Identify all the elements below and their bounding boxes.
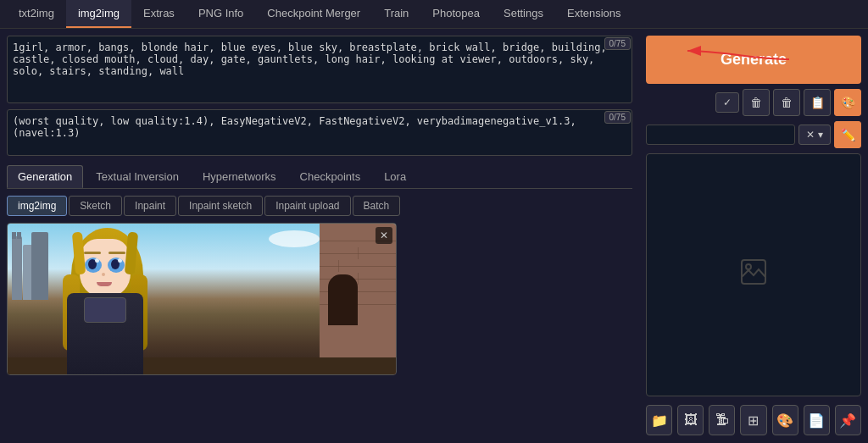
face bbox=[80, 239, 131, 296]
inner-tabs-bar: img2img Sketch Inpaint Inpaint sketch In… bbox=[7, 196, 632, 216]
sub-tabs-bar: Generation Textual Inversion Hypernetwor… bbox=[7, 165, 632, 189]
seed-row: ✕ ▾ ✏️ bbox=[646, 121, 861, 148]
negative-prompt-counter: 0/75 bbox=[604, 111, 631, 124]
castle-tower-1 bbox=[12, 236, 22, 300]
tab-photopea[interactable]: Photopea bbox=[420, 0, 492, 28]
dropdown-arrow-icon: ▾ bbox=[818, 129, 823, 141]
castle-main bbox=[31, 232, 48, 300]
trash-filled-icon: 🗑 bbox=[781, 96, 793, 109]
sub-tab-hypernetworks[interactable]: Hypernetworks bbox=[192, 165, 287, 188]
sub-tab-checkpoints[interactable]: Checkpoints bbox=[289, 165, 372, 188]
generate-button[interactable]: Generate bbox=[646, 36, 861, 84]
tab-txt2img[interactable]: txt2img bbox=[7, 0, 66, 28]
seed-input[interactable] bbox=[646, 125, 795, 145]
positive-prompt-input[interactable]: 1girl, armor, bangs, blonde hair, blue e… bbox=[7, 36, 632, 103]
pencil-icon: ✏️ bbox=[841, 128, 855, 141]
tab-checkpoint-merger[interactable]: Checkpoint Merger bbox=[255, 0, 372, 28]
orange-pencil-button[interactable]: ✏️ bbox=[834, 121, 861, 148]
mouth bbox=[97, 282, 112, 286]
inner-tab-img2img[interactable]: img2img bbox=[7, 196, 67, 216]
battlement-1 bbox=[12, 232, 16, 239]
palette-icon: 🎨 bbox=[776, 413, 793, 429]
eye-right bbox=[108, 257, 125, 273]
tab-train[interactable]: Train bbox=[372, 0, 420, 28]
folder-icon: 📁 bbox=[651, 413, 668, 429]
compress-icon: 🗜 bbox=[715, 413, 729, 428]
eyebrow-left bbox=[84, 252, 101, 254]
sub-tab-generation[interactable]: Generation bbox=[7, 165, 83, 188]
image-stack-button[interactable]: 🖼 bbox=[677, 405, 704, 435]
inner-tab-inpaint-sketch[interactable]: Inpaint sketch bbox=[178, 196, 263, 216]
right-panel: Generate ✓ 🗑 🗑 📋 🎨 ✕ ▾ bbox=[639, 29, 868, 442]
main-container: 0/75 1girl, armor, bangs, blonde hair, b… bbox=[0, 29, 868, 442]
tab-img2img[interactable]: img2img bbox=[66, 0, 131, 28]
girl-silhouette bbox=[58, 224, 156, 374]
checkmark-button[interactable]: ✓ bbox=[715, 92, 739, 113]
chest-plate bbox=[84, 297, 126, 323]
pin-icon: 📌 bbox=[839, 413, 856, 429]
style-button[interactable]: 🎨 bbox=[834, 89, 861, 116]
eye-left bbox=[85, 257, 102, 273]
inner-tab-sketch[interactable]: Sketch bbox=[69, 196, 122, 216]
uploaded-image bbox=[8, 224, 396, 374]
battlement-2 bbox=[17, 232, 21, 239]
paper-button[interactable]: 📄 bbox=[804, 405, 830, 435]
positive-prompt-counter: 0/75 bbox=[604, 37, 631, 50]
grid-button[interactable]: ⊞ bbox=[740, 405, 766, 435]
folder-button[interactable]: 📁 bbox=[646, 405, 672, 435]
svg-point-2 bbox=[746, 264, 751, 269]
negative-prompt-section: 0/75 (worst quality, low quality:1.4), E… bbox=[7, 109, 632, 158]
nose bbox=[102, 273, 105, 276]
seed-x-button[interactable]: ✕ ▾ bbox=[798, 125, 831, 145]
paste-button[interactable]: 📋 bbox=[804, 89, 831, 116]
sub-tab-textual-inversion[interactable]: Textual Inversion bbox=[85, 165, 190, 188]
image-stack-icon: 🖼 bbox=[684, 413, 698, 428]
tab-extensions[interactable]: Extensions bbox=[555, 0, 633, 28]
image-placeholder-icon bbox=[740, 258, 767, 291]
style-icon: 🎨 bbox=[841, 96, 855, 109]
compress-button[interactable]: 🗜 bbox=[709, 405, 735, 435]
trash-empty-button[interactable]: 🗑 bbox=[743, 89, 770, 116]
close-image-button[interactable]: ✕ bbox=[376, 227, 392, 244]
inner-tab-inpaint-upload[interactable]: Inpaint upload bbox=[264, 196, 350, 216]
negative-prompt-input[interactable]: (worst quality, low quality:1.4), EasyNe… bbox=[7, 109, 632, 156]
uploaded-image-container: ✕ bbox=[7, 223, 397, 375]
paper-icon: 📄 bbox=[808, 413, 825, 429]
eyebrow-right bbox=[108, 252, 125, 254]
tab-extras[interactable]: Extras bbox=[131, 0, 186, 28]
tab-pnginfo[interactable]: PNG Info bbox=[186, 0, 255, 28]
sub-tab-lora[interactable]: Lora bbox=[373, 165, 417, 188]
trash-empty-icon: 🗑 bbox=[750, 96, 762, 109]
toolbar-row: ✓ 🗑 🗑 📋 🎨 bbox=[646, 89, 861, 116]
left-panel: 0/75 1girl, armor, bangs, blonde hair, b… bbox=[0, 29, 639, 442]
positive-prompt-section: 0/75 1girl, armor, bangs, blonde hair, b… bbox=[7, 36, 632, 106]
pin-button[interactable]: 📌 bbox=[835, 405, 861, 435]
palette-button[interactable]: 🎨 bbox=[772, 405, 798, 435]
output-toolbar: 📁 🖼 🗜 ⊞ 🎨 📄 📌 bbox=[646, 405, 861, 435]
body-armor bbox=[67, 293, 143, 374]
trash-filled-button[interactable]: 🗑 bbox=[773, 89, 800, 116]
inner-tab-batch[interactable]: Batch bbox=[353, 196, 401, 216]
image-upload-area[interactable]: ✕ bbox=[7, 223, 632, 384]
cloud-1 bbox=[269, 230, 320, 247]
paste-icon: 📋 bbox=[810, 96, 825, 109]
grid-icon: ⊞ bbox=[748, 413, 759, 429]
top-nav-bar: txt2img img2img Extras PNG Info Checkpoi… bbox=[0, 0, 868, 29]
tab-settings[interactable]: Settings bbox=[492, 0, 555, 28]
output-image-area bbox=[646, 153, 861, 396]
inner-tab-inpaint[interactable]: Inpaint bbox=[124, 196, 176, 216]
brick-wall-bg bbox=[320, 224, 396, 374]
x-icon: ✕ bbox=[806, 129, 815, 141]
gate-arch bbox=[328, 274, 358, 325]
